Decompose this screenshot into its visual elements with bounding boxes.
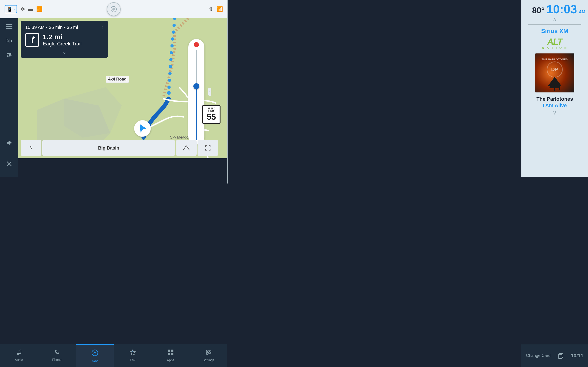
svg-point-26 [170, 44, 174, 48]
svg-line-19 [172, 48, 174, 64]
map-bottom-controls: N Big Basin [21, 140, 218, 156]
svg-rect-7 [6, 24, 12, 25]
speed-limit-sign: SPEEDLIMIT 55 [202, 105, 221, 124]
nav-expand-right-icon[interactable]: › [102, 24, 103, 30]
svg-point-33 [167, 91, 171, 95]
sidebar-add-waypoint-icon[interactable] [3, 35, 15, 47]
svg-point-30 [168, 72, 172, 75]
voice-button[interactable] [107, 2, 121, 16]
nav-text: 1.2 mi Eagle Creek Trail [43, 33, 82, 47]
svg-point-29 [169, 65, 172, 68]
nav-instruction: 1.2 mi Eagle Creek Trail [25, 33, 103, 47]
left-sidebar [0, 18, 18, 177]
sidebar-route-options-icon[interactable] [3, 49, 15, 61]
sidebar-close-icon[interactable] [3, 158, 15, 170]
phone-status-icon[interactable]: 📱 › [5, 5, 17, 13]
svg-marker-36 [64, 87, 122, 138]
nav-card[interactable]: 10:39 AM • 36 min • 35 mi › 1.2 mi Eagle… [21, 21, 108, 58]
svg-marker-14 [7, 141, 10, 145]
status-icons: ✻ ▬ 📶 [21, 6, 43, 12]
svg-marker-10 [7, 39, 9, 42]
phone-icon: 📱 [7, 6, 13, 12]
volume-top-indicator [194, 42, 199, 47]
svg-point-25 [171, 37, 174, 41]
svg-marker-38 [137, 122, 147, 133]
svg-line-20 [168, 64, 172, 83]
map-fullscreen-button[interactable] [198, 140, 218, 156]
map-north-button[interactable]: N [21, 140, 41, 156]
bluetooth-icon: ✻ [21, 6, 25, 12]
sidebar-volume-icon[interactable] [3, 137, 15, 149]
map-area[interactable]: 4x4 Road Sky Meado 10:39 AM • 36 min • 3… [18, 18, 227, 158]
sidebar-menu-icon[interactable] [3, 21, 15, 33]
volume-panel: ‹ [188, 39, 204, 144]
map-destination-button[interactable]: Big Basin [42, 140, 175, 156]
turn-icon [25, 33, 39, 47]
svg-point-28 [169, 58, 173, 61]
battery-icon: ▬ [28, 6, 33, 12]
wifi-icon: 📶 [216, 6, 223, 12]
map-view-toggle-button[interactable] [176, 140, 197, 156]
panel-divider [227, 0, 228, 184]
signal-icon: 📶 [36, 6, 43, 12]
speed-limit-number: 55 [204, 113, 219, 121]
phone-chevron: › [14, 7, 15, 11]
svg-point-27 [170, 51, 173, 54]
status-bar: 📱 › ✻ ▬ 📶 ⇅ 📶 [0, 0, 227, 18]
svg-point-1 [112, 8, 115, 10]
audio-settings-icon: ⇅ [209, 6, 213, 12]
volume-track[interactable] [196, 50, 197, 140]
volume-fill [196, 86, 197, 140]
svg-point-22 [173, 18, 176, 20]
svg-point-24 [172, 31, 175, 34]
svg-rect-8 [6, 26, 12, 27]
volume-collapse-icon[interactable]: ‹ [208, 88, 211, 96]
svg-point-31 [168, 79, 171, 82]
nav-top-row: 10:39 AM • 36 min • 35 mi › [25, 24, 103, 30]
volume-thumb[interactable] [193, 83, 199, 89]
svg-point-23 [173, 24, 176, 27]
svg-point-37 [131, 117, 154, 140]
svg-line-21 [163, 83, 168, 99]
svg-point-34 [167, 97, 170, 100]
svg-point-32 [167, 85, 171, 89]
road-label-4x4: 4x4 Road [106, 76, 129, 83]
svg-line-17 [174, 18, 188, 32]
status-left: 📱 › ✻ ▬ 📶 [5, 5, 43, 13]
nav-distance: 1.2 mi [43, 33, 82, 41]
map-label-sky-meadow: Sky Meado [170, 135, 188, 140]
nav-street: Eagle Creek Trail [43, 41, 82, 47]
nav-eta: 10:39 AM • 36 min • 35 mi [25, 25, 78, 30]
status-right: ⇅ 📶 [209, 6, 223, 12]
svg-rect-9 [6, 28, 12, 29]
nav-expand-down[interactable]: ⌄ [25, 49, 103, 55]
